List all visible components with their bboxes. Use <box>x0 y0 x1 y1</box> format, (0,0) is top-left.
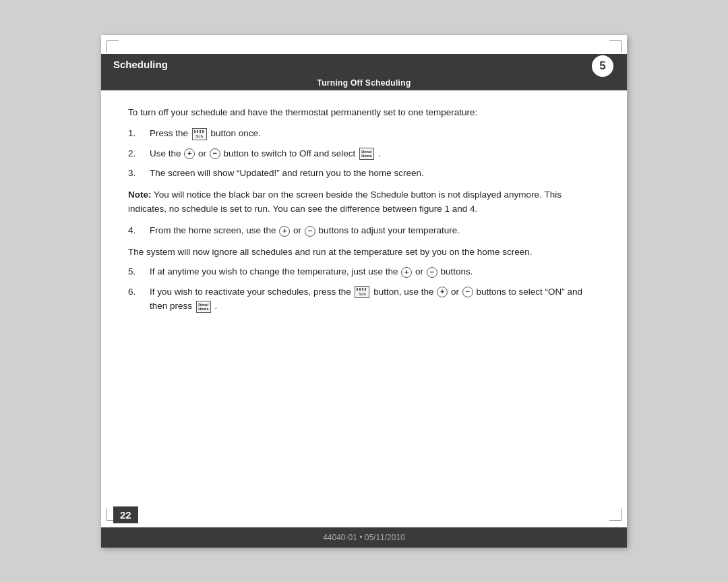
bottom-page-number: 22 <box>113 506 138 523</box>
corner-mark-tr <box>609 40 621 53</box>
step-3: 3. The screen will show “Updated!” and r… <box>128 166 600 181</box>
step-1-content: Press the Sch button once. <box>150 126 600 141</box>
schedule-icon-step6: Sch <box>355 286 369 298</box>
step-6-number: 6. <box>128 285 147 314</box>
footer-text: 44040-01 • 05/11/2010 <box>323 533 405 542</box>
step-4: 4. From the home screen, use the + or − … <box>128 223 600 238</box>
step-1-number: 1. <box>128 126 147 141</box>
page-number: 5 <box>599 59 605 73</box>
step-2-content: Use the + or − button to switch to Off a… <box>150 146 600 161</box>
note-text: You will notice the black bar on the scr… <box>128 190 562 214</box>
minus-icon-step6: − <box>462 287 473 297</box>
done-home-icon-step2: Done/ Home <box>359 148 374 160</box>
step-2-number: 2. <box>128 146 147 161</box>
footer-bar: 44040-01 • 05/11/2010 <box>101 527 627 548</box>
step-4-number: 4. <box>128 223 147 238</box>
step-5-number: 5. <box>128 264 147 279</box>
plus-icon-step6: + <box>437 287 448 297</box>
subheader-bar: Turning Off Scheduling <box>101 76 627 90</box>
document-page: Scheduling 5 Turning Off Scheduling To t… <box>101 35 627 548</box>
intro-paragraph: To turn off your schedule and have the t… <box>128 105 600 120</box>
corner-mark-tl <box>107 40 119 53</box>
section-title: Turning Off Scheduling <box>317 78 411 88</box>
note-block: Note: You will notice the black bar on t… <box>128 187 600 216</box>
plus-icon-step4: + <box>279 226 290 237</box>
step-3-content: The screen will show “Updated!” and retu… <box>150 166 600 181</box>
step-5-content: If at anytime you wish to change the tem… <box>150 264 600 279</box>
corner-mark-br <box>609 508 621 521</box>
step-6: 6. If you wish to reactivate your schedu… <box>128 285 600 314</box>
minus-icon-step5: − <box>427 267 437 278</box>
plus-icon-step2: + <box>184 148 195 159</box>
page-content: To turn off your schedule and have the t… <box>101 90 627 333</box>
plus-icon-step5: + <box>401 267 412 278</box>
system-note: The system will now ignore all schedules… <box>128 245 600 260</box>
page-number-badge: 5 <box>590 54 615 78</box>
step-3-number: 3. <box>128 166 147 181</box>
header-bar: Scheduling <box>101 54 627 76</box>
step-6-content: If you wish to reactivate your schedules… <box>150 285 600 314</box>
minus-icon-step2: − <box>210 148 220 159</box>
note-full: Note: You will notice the black bar on t… <box>128 187 600 216</box>
chapter-title: Scheduling <box>113 59 168 70</box>
done-home-icon-step6: Done/ Home <box>196 301 211 313</box>
step-4-content: From the home screen, use the + or − but… <box>150 223 600 238</box>
note-label: Note: <box>128 190 152 200</box>
step-1: 1. Press the Sch button once. <box>128 126 600 141</box>
step-2: 2. Use the + or − button to switch to Of… <box>128 146 600 161</box>
schedule-icon: Sch <box>192 128 207 140</box>
minus-icon-step4: − <box>305 226 315 237</box>
step-5: 5. If at anytime you wish to change the … <box>128 264 600 279</box>
